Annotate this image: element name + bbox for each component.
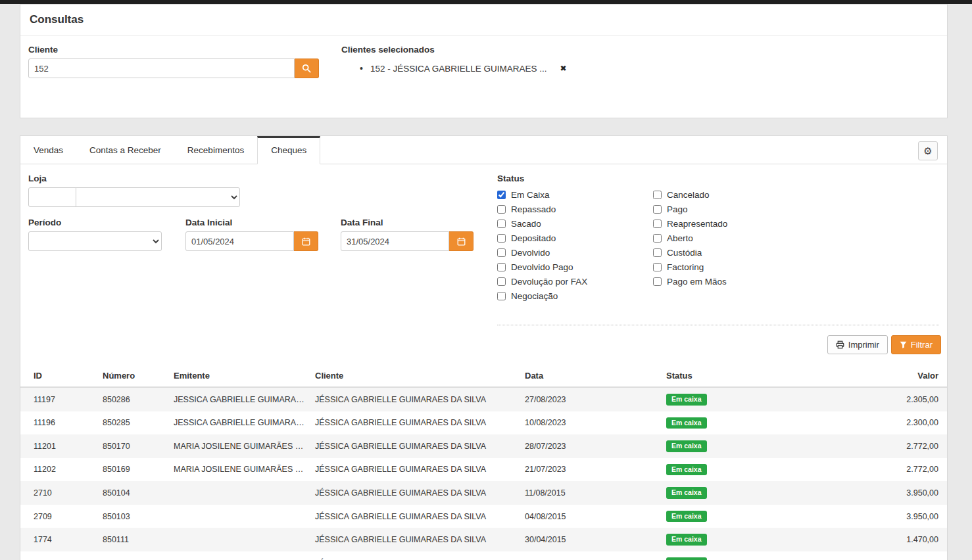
status-checkbox-depositado[interactable]: Depositado [497,231,653,245]
data-final-group: Data Final [341,218,474,251]
checkbox-cancelado[interactable] [653,191,662,199]
remove-client-icon[interactable]: ✖ [560,64,567,73]
checkbox-aberto[interactable] [653,234,662,243]
cell-id: 2710 [20,481,97,505]
cell-numero: 850285 [97,411,168,435]
checkbox-devolvido-pago[interactable] [497,263,506,271]
cell-cliente: JÉSSICA GABRIELLE GUIMARAES DA SILVA [310,505,520,528]
status-checkbox-factoring[interactable]: Factoring [653,260,939,274]
checkbox-reapresentado[interactable] [653,220,662,228]
selected-clients-group: Clientes selecionados 152 - JÉSSICA GABR… [341,45,567,78]
cell-valor: 2.305,00 [792,387,947,411]
settings-button[interactable]: ⚙ [918,141,938,160]
status-badge: Em caixa [666,464,707,476]
cell-emitente [168,551,310,560]
checkbox-devolvido[interactable] [497,248,506,257]
table-row[interactable]: 11197 850286 JESSICA GABRIELLE GUIMARAES… [20,387,947,411]
cliente-search-input[interactable] [28,58,295,78]
cell-numero: 850170 [97,434,168,458]
table-row[interactable]: 1775 850079 JÉSSICA GABRIELLE GUIMARAES … [20,551,947,560]
checkbox-repassado[interactable] [497,205,506,214]
checkbox-label: Negociação [511,291,558,301]
status-checkbox-pago-em-maos[interactable]: Pago em Mãos [653,274,939,289]
checkbox-depositado[interactable] [497,234,506,243]
calendar-icon [302,237,310,246]
status-checkbox-devolucao-por-fax[interactable]: Devolução por FAX [497,274,653,289]
checkbox-pago[interactable] [653,205,662,214]
col-header-numero: Número [97,365,168,387]
page-title: Consultas [20,5,947,35]
checkbox-pago-em-maos[interactable] [653,277,662,286]
selected-client-item: 152 - JÉSSICA GABRIELLE GUIMARAES ... ✖ [360,63,567,74]
cell-data: 04/08/2015 [520,505,661,528]
imprimir-button[interactable]: Imprimir [827,335,888,354]
status-badge: Em caixa [666,534,707,546]
status-checkbox-devolvido[interactable]: Devolvido [497,245,653,260]
status-badge: Em caixa [666,557,707,560]
status-badge: Em caixa [666,417,707,429]
tab-recebimentos[interactable]: Recebimentos [174,137,257,164]
results-table-wrap: ID Número Emitente Cliente Data Status V… [20,354,947,560]
cell-cliente: JÉSSICA GABRIELLE GUIMARAES DA SILVA [310,551,520,560]
table-row[interactable]: 2709 850103 JÉSSICA GABRIELLE GUIMARAES … [20,505,947,528]
table-row[interactable]: 2710 850104 JÉSSICA GABRIELLE GUIMARAES … [20,481,947,505]
client-search-group: Cliente [28,45,319,78]
status-label: Status [497,174,939,183]
checkbox-em-caixa[interactable] [497,191,506,199]
cell-status: Em caixa [661,505,792,528]
printer-icon [836,340,844,349]
data-inicial-calendar-button[interactable] [294,231,318,251]
status-checkbox-custodia[interactable]: Custódia [653,245,939,260]
status-checkbox-devolvido-pago[interactable]: Devolvido Pago [497,260,653,274]
checkbox-label: Aberto [667,233,693,243]
status-checkbox-reapresentado[interactable]: Reapresentado [653,216,939,231]
cell-status: Em caixa [661,434,792,458]
filtrar-label: Filtrar [911,340,933,350]
cell-emitente: JESSICA GABRIELLE GUIMARAES D... [168,387,310,411]
tab-cheques[interactable]: Cheques [257,136,320,164]
cell-status: Em caixa [661,458,792,482]
cell-emitente [168,505,310,528]
checkbox-negociacao[interactable] [497,292,506,300]
col-header-status: Status [661,365,792,387]
cell-valor: 1.470,00 [792,528,947,551]
cell-emitente [168,528,310,551]
table-row[interactable]: 11196 850285 JESSICA GABRIELLE GUIMARAES… [20,411,947,435]
status-checkbox-repassado[interactable]: Repassado [497,202,653,216]
cell-data: 30/04/2015 [520,528,661,551]
status-checkbox-negociacao[interactable]: Negociação [497,289,653,303]
data-inicial-input[interactable] [185,231,294,251]
checkbox-devolucao-por-fax[interactable] [497,277,506,286]
data-final-calendar-button[interactable] [449,231,474,251]
data-final-label: Data Final [341,218,474,227]
status-checkbox-aberto[interactable]: Aberto [653,231,939,245]
status-checkbox-cancelado[interactable]: Cancelado [653,187,939,202]
checkbox-custodia[interactable] [653,248,662,257]
cell-data: 10/08/2023 [520,411,661,435]
status-checkbox-sacado[interactable]: Sacado [497,216,653,231]
cell-data: 27/08/2023 [520,387,661,411]
periodo-select[interactable] [28,231,162,251]
status-checkbox-em-caixa[interactable]: Em Caixa [497,187,653,202]
filter-icon [900,341,907,348]
tab-contas-a-receber[interactable]: Contas a Receber [76,137,174,164]
status-checkbox-pago[interactable]: Pago [653,202,939,216]
tab-vendas[interactable]: Vendas [20,137,76,164]
cell-id: 11202 [20,458,97,482]
loja-select[interactable] [76,187,240,207]
table-row[interactable]: 1774 850111 JÉSSICA GABRIELLE GUIMARAES … [20,528,947,551]
checkbox-label: Cancelado [667,190,710,200]
cliente-label: Cliente [28,45,319,55]
data-final-input[interactable] [341,231,449,251]
cliente-search-button[interactable] [295,58,319,78]
filtrar-button[interactable]: Filtrar [891,335,941,354]
filters-section: Loja Período Data Inicial [20,164,947,325]
cell-numero: 850111 [97,528,168,551]
loja-code-input[interactable] [28,187,76,207]
gear-icon: ⚙ [923,146,932,156]
checkbox-factoring[interactable] [653,263,662,271]
col-header-id: ID [20,365,97,387]
table-row[interactable]: 11202 850169 MARIA JOSILENE GUIMARÃES SI… [20,458,947,482]
table-row[interactable]: 11201 850170 MARIA JOSILENE GUIMARÃES SI… [20,434,947,458]
checkbox-sacado[interactable] [497,220,506,228]
